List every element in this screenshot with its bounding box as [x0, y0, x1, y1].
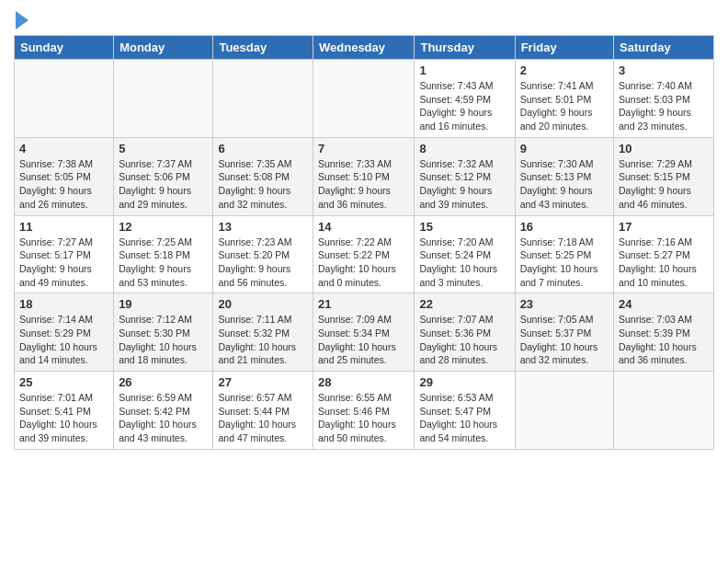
- day-info: Sunrise: 6:59 AM Sunset: 5:42 PM Dayligh…: [119, 391, 208, 445]
- day-number: 8: [419, 142, 509, 155]
- calendar-week-row: 25Sunrise: 7:01 AM Sunset: 5:41 PM Dayli…: [15, 372, 714, 450]
- calendar-week-row: 11Sunrise: 7:27 AM Sunset: 5:17 PM Dayli…: [15, 215, 714, 293]
- calendar-table: SundayMondayTuesdayWednesdayThursdayFrid…: [14, 35, 714, 450]
- calendar-cell: 21Sunrise: 7:09 AM Sunset: 5:34 PM Dayli…: [313, 293, 415, 372]
- calendar-cell: 14Sunrise: 7:22 AM Sunset: 5:22 PM Dayli…: [313, 215, 415, 293]
- day-number: 25: [19, 375, 108, 389]
- col-header-tuesday: Tuesday: [213, 36, 313, 60]
- day-number: 3: [619, 63, 709, 77]
- calendar-cell: 16Sunrise: 7:18 AM Sunset: 5:25 PM Dayli…: [515, 215, 613, 293]
- day-info: Sunrise: 7:32 AM Sunset: 5:12 PM Dayligh…: [419, 157, 509, 212]
- calendar-cell: 1Sunrise: 7:43 AM Sunset: 4:59 PM Daylig…: [415, 60, 515, 138]
- day-info: Sunrise: 7:05 AM Sunset: 5:37 PM Dayligh…: [520, 313, 609, 367]
- page: SundayMondayTuesdayWednesdayThursdayFrid…: [0, 0, 728, 459]
- calendar-cell: 12Sunrise: 7:25 AM Sunset: 5:18 PM Dayli…: [114, 215, 213, 293]
- day-info: Sunrise: 7:16 AM Sunset: 5:27 PM Dayligh…: [619, 236, 709, 290]
- calendar-cell: [313, 60, 415, 138]
- header: [14, 9, 714, 29]
- day-number: 12: [119, 220, 208, 234]
- day-info: Sunrise: 7:40 AM Sunset: 5:03 PM Dayligh…: [619, 79, 709, 133]
- day-number: 13: [218, 220, 308, 234]
- day-info: Sunrise: 7:35 AM Sunset: 5:08 PM Dayligh…: [218, 157, 308, 212]
- calendar-cell: 17Sunrise: 7:16 AM Sunset: 5:27 PM Dayli…: [614, 215, 714, 293]
- day-info: Sunrise: 7:37 AM Sunset: 5:06 PM Dayligh…: [119, 157, 208, 212]
- day-info: Sunrise: 7:11 AM Sunset: 5:32 PM Dayligh…: [218, 313, 308, 367]
- calendar-cell: [614, 372, 714, 450]
- calendar-cell: [114, 60, 213, 138]
- day-number: 28: [318, 375, 409, 389]
- logo: [14, 9, 28, 29]
- day-number: 7: [318, 142, 409, 155]
- day-number: 22: [419, 297, 509, 311]
- day-number: 29: [419, 375, 509, 389]
- day-info: Sunrise: 6:53 AM Sunset: 5:47 PM Dayligh…: [419, 391, 509, 445]
- calendar-cell: 26Sunrise: 6:59 AM Sunset: 5:42 PM Dayli…: [114, 372, 213, 450]
- calendar-week-row: 1Sunrise: 7:43 AM Sunset: 4:59 PM Daylig…: [15, 60, 714, 138]
- day-info: Sunrise: 7:33 AM Sunset: 5:10 PM Dayligh…: [318, 157, 409, 212]
- calendar-cell: 23Sunrise: 7:05 AM Sunset: 5:37 PM Dayli…: [515, 293, 613, 372]
- day-number: 27: [218, 375, 308, 389]
- day-info: Sunrise: 7:27 AM Sunset: 5:17 PM Dayligh…: [19, 236, 108, 290]
- calendar-cell: 25Sunrise: 7:01 AM Sunset: 5:41 PM Dayli…: [15, 372, 114, 450]
- calendar-cell: 29Sunrise: 6:53 AM Sunset: 5:47 PM Dayli…: [415, 372, 515, 450]
- calendar-cell: 13Sunrise: 7:23 AM Sunset: 5:20 PM Dayli…: [213, 215, 313, 293]
- day-info: Sunrise: 7:25 AM Sunset: 5:18 PM Dayligh…: [119, 236, 208, 290]
- day-number: 6: [218, 142, 308, 155]
- day-info: Sunrise: 7:03 AM Sunset: 5:39 PM Dayligh…: [619, 313, 709, 367]
- col-header-wednesday: Wednesday: [313, 36, 415, 60]
- day-number: 16: [520, 220, 609, 234]
- day-info: Sunrise: 7:07 AM Sunset: 5:36 PM Dayligh…: [419, 313, 509, 367]
- day-info: Sunrise: 7:41 AM Sunset: 5:01 PM Dayligh…: [520, 79, 609, 133]
- col-header-thursday: Thursday: [415, 36, 515, 60]
- calendar-cell: 3Sunrise: 7:40 AM Sunset: 5:03 PM Daylig…: [614, 60, 714, 138]
- calendar-cell: 20Sunrise: 7:11 AM Sunset: 5:32 PM Dayli…: [213, 293, 313, 372]
- calendar-cell: 6Sunrise: 7:35 AM Sunset: 5:08 PM Daylig…: [213, 137, 313, 215]
- logo-arrow-icon: [16, 11, 28, 29]
- calendar-cell: 5Sunrise: 7:37 AM Sunset: 5:06 PM Daylig…: [114, 137, 213, 215]
- day-info: Sunrise: 7:20 AM Sunset: 5:24 PM Dayligh…: [419, 236, 509, 290]
- calendar-header-row: SundayMondayTuesdayWednesdayThursdayFrid…: [15, 36, 714, 60]
- col-header-sunday: Sunday: [15, 36, 114, 60]
- calendar-cell: 11Sunrise: 7:27 AM Sunset: 5:17 PM Dayli…: [15, 215, 114, 293]
- calendar-cell: 19Sunrise: 7:12 AM Sunset: 5:30 PM Dayli…: [114, 293, 213, 372]
- day-info: Sunrise: 7:23 AM Sunset: 5:20 PM Dayligh…: [218, 236, 308, 290]
- calendar-cell: 24Sunrise: 7:03 AM Sunset: 5:39 PM Dayli…: [614, 293, 714, 372]
- calendar-cell: 7Sunrise: 7:33 AM Sunset: 5:10 PM Daylig…: [313, 137, 415, 215]
- calendar-cell: 4Sunrise: 7:38 AM Sunset: 5:05 PM Daylig…: [15, 137, 114, 215]
- calendar-cell: 10Sunrise: 7:29 AM Sunset: 5:15 PM Dayli…: [614, 137, 714, 215]
- day-number: 23: [520, 297, 609, 311]
- calendar-cell: 9Sunrise: 7:30 AM Sunset: 5:13 PM Daylig…: [515, 137, 613, 215]
- day-info: Sunrise: 7:43 AM Sunset: 4:59 PM Dayligh…: [419, 79, 509, 133]
- calendar-cell: 8Sunrise: 7:32 AM Sunset: 5:12 PM Daylig…: [415, 137, 515, 215]
- calendar-cell: 28Sunrise: 6:55 AM Sunset: 5:46 PM Dayli…: [313, 372, 415, 450]
- calendar-cell: [213, 60, 313, 138]
- calendar-cell: 27Sunrise: 6:57 AM Sunset: 5:44 PM Dayli…: [213, 372, 313, 450]
- day-number: 26: [119, 375, 208, 389]
- calendar-cell: 18Sunrise: 7:14 AM Sunset: 5:29 PM Dayli…: [15, 293, 114, 372]
- day-number: 19: [119, 297, 208, 311]
- day-info: Sunrise: 7:12 AM Sunset: 5:30 PM Dayligh…: [119, 313, 208, 367]
- day-info: Sunrise: 7:14 AM Sunset: 5:29 PM Dayligh…: [19, 313, 108, 367]
- calendar-cell: 2Sunrise: 7:41 AM Sunset: 5:01 PM Daylig…: [515, 60, 613, 138]
- calendar-cell: [515, 372, 613, 450]
- day-info: Sunrise: 7:30 AM Sunset: 5:13 PM Dayligh…: [520, 157, 609, 212]
- col-header-saturday: Saturday: [614, 36, 714, 60]
- day-number: 2: [520, 63, 609, 77]
- day-info: Sunrise: 7:22 AM Sunset: 5:22 PM Dayligh…: [318, 236, 409, 290]
- day-info: Sunrise: 6:55 AM Sunset: 5:46 PM Dayligh…: [318, 391, 409, 445]
- day-number: 20: [218, 297, 308, 311]
- day-number: 4: [19, 142, 108, 155]
- day-number: 17: [619, 220, 709, 234]
- day-number: 14: [318, 220, 409, 234]
- day-number: 11: [19, 220, 108, 234]
- day-info: Sunrise: 7:09 AM Sunset: 5:34 PM Dayligh…: [318, 313, 409, 367]
- day-number: 18: [19, 297, 108, 311]
- day-number: 9: [520, 142, 609, 155]
- day-info: Sunrise: 7:29 AM Sunset: 5:15 PM Dayligh…: [619, 157, 709, 212]
- day-number: 15: [419, 220, 509, 234]
- day-number: 10: [619, 142, 709, 155]
- calendar-week-row: 18Sunrise: 7:14 AM Sunset: 5:29 PM Dayli…: [15, 293, 714, 372]
- day-number: 5: [119, 142, 208, 155]
- calendar-cell: 15Sunrise: 7:20 AM Sunset: 5:24 PM Dayli…: [415, 215, 515, 293]
- day-info: Sunrise: 7:38 AM Sunset: 5:05 PM Dayligh…: [19, 157, 108, 212]
